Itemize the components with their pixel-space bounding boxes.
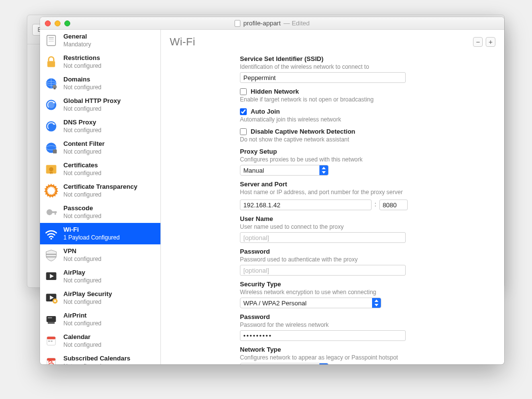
sidebar-item-sub: Not configured (63, 256, 101, 263)
proxy-username-input[interactable] (240, 232, 406, 243)
ssid-desc: Identification of the wireless network t… (240, 63, 493, 70)
profile-editor-window: profile-appart — Edited GeneralMandatory… (40, 17, 504, 364)
svg-rect-0 (47, 36, 56, 46)
hidden-network-label[interactable]: Hidden Network (251, 88, 299, 95)
restrictions-icon (44, 55, 59, 69)
wifi-password-label: Password (240, 313, 493, 320)
airplay-security-icon (44, 291, 59, 305)
sidebar-item-general[interactable]: GeneralMandatory (40, 30, 160, 51)
security-type-desc: Wireless network encryption to use when … (240, 289, 493, 296)
wifi-password-input[interactable] (240, 330, 406, 341)
proxy-password-input[interactable] (240, 265, 406, 276)
sidebar-item-sub: Not configured (63, 213, 101, 220)
ssid-label: Service Set Identifier (SSID) (240, 55, 493, 62)
proxy-port-input[interactable] (379, 200, 408, 210)
window-title: profile-appart — Edited (40, 20, 504, 27)
titlebar: profile-appart — Edited (40, 17, 504, 30)
captive-checkbox[interactable] (240, 128, 247, 135)
sidebar-item-sub: Not configured (63, 170, 101, 177)
sidebar-item-airplay-security[interactable]: AirPlay SecurityNot configured (40, 287, 160, 309)
proxy-setup-select[interactable]: Manual (240, 165, 329, 176)
chevron-updown-icon (319, 165, 328, 175)
sidebar-item-calendar[interactable]: CalendarNot configured (40, 330, 160, 352)
certificates-icon (44, 162, 59, 177)
sidebar-item-sub: Not configured (63, 148, 105, 156)
sidebar-item-content-filter[interactable]: Content FilterNot configured (40, 137, 160, 159)
sidebar-item-label: AirPrint (63, 312, 101, 319)
proxy-server-input[interactable] (240, 200, 372, 210)
sidebar-item-sub: Not configured (63, 127, 101, 134)
server-port-label: Server and Port (240, 180, 493, 188)
svg-rect-1 (49, 37, 54, 39)
form-scroll[interactable]: Service Set Identifier (SSID) Identifica… (161, 53, 504, 364)
certificate-transparency-icon (44, 183, 59, 198)
svg-rect-30 (54, 300, 56, 302)
sidebar-item-domains[interactable]: DomainsNot configured (40, 73, 160, 94)
captive-desc: Do not show the captive network assistan… (240, 136, 493, 143)
sidebar-item-sub: Not configured (63, 191, 138, 199)
sidebar-item-airprint[interactable]: AirPrintNot configured (40, 309, 160, 330)
sidebar-item-label: Certificate Transparency (63, 183, 138, 191)
sidebar-item-label: Global HTTP Proxy (63, 97, 121, 105)
sidebar-item-sub: Not configured (63, 62, 101, 70)
sidebar-item-sub: Not configured (63, 341, 101, 349)
global-http-proxy-icon (44, 98, 59, 112)
svg-rect-8 (54, 88, 56, 90)
sidebar-item-label: Domains (63, 76, 101, 83)
svg-rect-3 (49, 41, 54, 42)
proxy-setup-value: Manual (243, 167, 328, 174)
svg-point-24 (50, 238, 52, 240)
subscribed-calendars-icon (44, 355, 59, 364)
svg-rect-22 (52, 211, 57, 213)
sidebar-item-dns-proxy[interactable]: DNS ProxyNot configured (40, 116, 160, 137)
proxy-password-desc: Password used to authenticate with the p… (240, 256, 493, 263)
sidebar-item-label: Certificates (63, 161, 101, 169)
svg-rect-2 (49, 39, 54, 40)
sidebar[interactable]: GeneralMandatoryRestrictionsNot configur… (40, 30, 161, 364)
auto-join-label[interactable]: Auto Join (251, 108, 280, 115)
sidebar-item-label: Restrictions (63, 54, 101, 62)
svg-rect-35 (47, 337, 56, 339)
window-title-text: profile-appart (243, 20, 281, 27)
sidebar-item-sub: Not configured (63, 363, 130, 364)
captive-label[interactable]: Disable Captive Network Detection (251, 128, 355, 135)
remove-payload-button[interactable]: − (473, 37, 483, 47)
auto-join-desc: Automatically join this wireless network (240, 116, 493, 123)
sidebar-item-label: AirPlay Security (63, 290, 112, 298)
svg-rect-36 (48, 340, 50, 342)
sidebar-item-label: Calendar (63, 333, 101, 341)
airplay-icon (44, 269, 59, 284)
sidebar-item-label: DNS Proxy (63, 119, 101, 126)
sidebar-item-label: VPN (63, 247, 101, 255)
hidden-network-desc: Enable if target network is not open or … (240, 96, 493, 103)
sidebar-item-global-http-proxy[interactable]: Global HTTP ProxyNot configured (40, 94, 160, 116)
sidebar-item-subscribed-calendars[interactable]: Subscribed CalendarsNot configured (40, 352, 160, 364)
sidebar-item-restrictions[interactable]: RestrictionsNot configured (40, 51, 160, 73)
server-port-colon: : (374, 200, 376, 208)
wi-fi-icon (44, 226, 59, 241)
auto-join-checkbox[interactable] (240, 108, 247, 115)
ssid-input[interactable] (240, 72, 406, 83)
hidden-network-checkbox[interactable] (240, 88, 247, 95)
svg-rect-33 (48, 318, 52, 319)
network-type-select[interactable]: Standard (240, 363, 329, 364)
sidebar-item-certificates[interactable]: CertificatesNot configured (40, 159, 160, 180)
page-title: Wi-Fi (170, 36, 195, 48)
svg-rect-16 (53, 150, 57, 154)
security-type-select[interactable]: WPA / WPA2 Personal (240, 298, 381, 308)
sidebar-item-wi-fi[interactable]: Wi-Fi1 Payload Configured (40, 223, 160, 244)
general-icon (44, 33, 59, 48)
svg-point-18 (49, 167, 54, 172)
sidebar-item-airplay[interactable]: AirPlayNot configured (40, 266, 160, 287)
sidebar-item-vpn[interactable]: VPNNot configured (40, 244, 160, 266)
sidebar-item-passcode[interactable]: PasscodeNot configured (40, 201, 160, 223)
security-type-value: WPA / WPA2 Personal (243, 299, 381, 307)
vpn-icon (44, 248, 59, 262)
add-payload-button[interactable]: + (486, 37, 495, 47)
proxy-setup-label: Proxy Setup (240, 148, 493, 155)
sidebar-item-certificate-transparency[interactable]: Certificate TransparencyNot configured (40, 180, 160, 201)
security-type-label: Security Type (240, 280, 493, 288)
network-type-label: Network Type (240, 346, 493, 353)
sidebar-item-label: Wi-Fi (63, 226, 119, 234)
svg-rect-23 (55, 211, 56, 215)
